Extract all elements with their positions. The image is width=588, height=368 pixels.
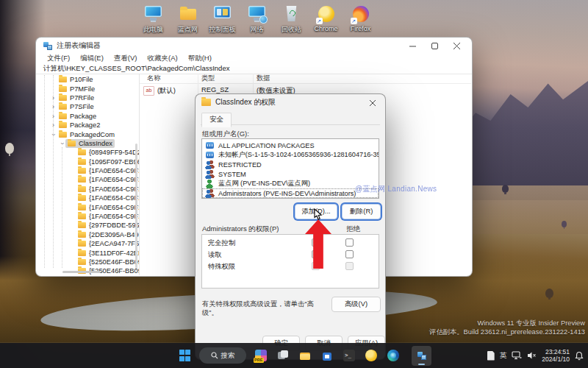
taskbar-microsoft-store[interactable] <box>317 346 337 366</box>
title-bar[interactable]: 注册表编辑器 <box>36 38 472 54</box>
menu-item[interactable]: 帮助(H) <box>183 54 217 63</box>
taskbar-clock[interactable]: 23:24:51 2024/1/10 <box>542 348 570 363</box>
wallpaper-mountains <box>463 68 588 200</box>
advanced-button[interactable]: 高级(V) <box>331 297 381 312</box>
tray-document-icon[interactable] <box>487 351 495 361</box>
tree-item[interactable]: P7SFile <box>37 102 139 111</box>
folder-icon <box>78 149 86 155</box>
menu-bar: 文件(F)编辑(E)查看(V)收藏夹(A)帮助(H) <box>36 54 472 63</box>
folder-icon <box>59 104 67 110</box>
chevron-icon[interactable] <box>50 131 57 138</box>
taskbar-task-view[interactable] <box>273 346 293 366</box>
user-icon <box>205 189 215 198</box>
tree-item[interactable]: PackagedCom <box>37 130 139 138</box>
menu-item[interactable]: 文件(F) <box>42 54 75 63</box>
ime-language-indicator[interactable]: 英 <box>500 351 507 361</box>
user-list-item[interactable]: RESTRICTED <box>202 160 379 169</box>
user-list-item[interactable]: ALL APPLICATION PACKAGES <box>202 141 379 150</box>
taskbar-edge[interactable] <box>383 346 403 366</box>
tree-item[interactable]: {5250E46F-BB09 <box>37 258 139 266</box>
taskbar-chrome-canary[interactable] <box>361 346 381 366</box>
tree-item[interactable]: {2EACA947-7F5F <box>37 239 139 248</box>
search-box[interactable]: 搜索 <box>199 347 246 364</box>
desktop-icon[interactable]: 回收站 <box>274 4 309 35</box>
desktop-icon[interactable]: 此电脑 <box>136 4 171 35</box>
folder-icon <box>78 205 86 210</box>
folder-icon <box>59 86 67 92</box>
vertical-scrollbar[interactable] <box>135 144 137 269</box>
tree-item[interactable]: {3E11DF0F-42EE <box>37 248 139 257</box>
close-button[interactable] <box>445 38 467 54</box>
desktop-icon[interactable]: 网络 <box>240 4 274 35</box>
menu-item[interactable]: 编辑(E) <box>75 54 109 63</box>
maximize-button[interactable] <box>423 38 445 54</box>
chevron-icon[interactable] <box>50 103 57 110</box>
user-list-item[interactable]: 未知帐户(S-1-15-3-1024-1065365936-1281604716… <box>202 150 379 160</box>
user-list-item[interactable]: 蓝点网 (PVE-INS-DEV\蓝点网) <box>202 179 379 188</box>
insider-preview-watermark: Windows 11 专业版 Insider Preview 评估副本。Buil… <box>429 319 585 336</box>
taskbar-app-landian-pre[interactable]: PRE <box>251 346 270 366</box>
tree-item[interactable]: ClassIndex <box>37 139 139 148</box>
notifications-bell-icon[interactable] <box>575 351 584 361</box>
tree-item[interactable]: {1FA0E654-C9F2 <box>37 175 139 184</box>
column-headers: 名称 类型 数据 <box>140 74 471 84</box>
chevron-icon[interactable] <box>59 140 65 147</box>
user-list-item[interactable]: Administrators (PVE-INS-DEV\Administrato… <box>202 188 379 198</box>
menu-item[interactable]: 查看(V) <box>109 54 143 63</box>
user-icon <box>205 170 215 179</box>
tree-item[interactable]: {1095F097-EB96 <box>37 158 139 166</box>
taskbar-terminal[interactable] <box>339 346 359 366</box>
user-list-item[interactable]: SYSTEM <box>202 169 379 179</box>
tree-item[interactable]: {1FA0E654-C9F2 <box>37 212 139 221</box>
tree-item[interactable]: P10File <box>37 75 139 84</box>
close-icon[interactable] <box>363 96 382 110</box>
tab-security[interactable]: 安全 <box>201 113 232 127</box>
tree-item[interactable]: {2DE3095A-B49 <box>37 230 139 239</box>
menu-item[interactable]: 收藏夹(A) <box>142 54 182 63</box>
permission-name: 读取 <box>208 250 222 260</box>
volume-muted-icon[interactable] <box>527 351 537 360</box>
folder-icon <box>59 95 67 101</box>
column-header-name[interactable]: 名称 <box>147 74 161 83</box>
tree-item[interactable]: {1FA0E654-C9F2 <box>37 166 139 175</box>
deny-checkbox[interactable] <box>345 262 354 270</box>
start-button[interactable] <box>175 346 195 366</box>
tree-item[interactable]: {297FDBDE-595 <box>37 221 139 230</box>
desktop-icon[interactable]: 控制面板 <box>205 4 240 35</box>
taskbar-file-explorer[interactable] <box>295 346 315 366</box>
tree-item[interactable]: P7RFile <box>37 93 139 102</box>
folder-icon <box>78 222 86 228</box>
address-bar[interactable]: 计算机\HKEY_CLASSES_ROOT\PackagedCom\ClassI… <box>36 63 472 74</box>
dialog-title-bar[interactable]: ClassIndex 的权限 <box>196 94 385 110</box>
tree-item-label: {5250E46F-BB09 <box>89 258 139 266</box>
tree-item[interactable]: {08949FF9-54D2 <box>37 148 139 157</box>
tree-item-label: {2DE3095A-B49 <box>89 231 139 238</box>
tree-item[interactable]: Package <box>37 112 139 121</box>
tree-item[interactable]: {1FA0E654-C9F2 <box>37 202 139 211</box>
tree-item-label: {1FA0E654-C9F2 <box>89 213 139 220</box>
desktop-icon[interactable]: 蓝点网 <box>171 4 205 35</box>
minimize-button[interactable] <box>401 38 423 54</box>
tree-item[interactable]: Package2 <box>37 121 139 130</box>
tree-item[interactable]: {1FA0E654-C9F2 <box>37 185 139 194</box>
file-explorer-icon <box>299 350 311 361</box>
tree-item[interactable]: P7MFile <box>37 84 139 93</box>
deny-checkbox[interactable] <box>345 238 354 247</box>
desktop-icon[interactable]: Firefox <box>343 4 378 35</box>
chevron-icon[interactable] <box>50 113 57 120</box>
chevron-icon[interactable] <box>50 94 57 102</box>
group-user-list: ALL APPLICATION PACKAGES 未知帐户(S-1-15-3-1… <box>201 138 379 199</box>
folder-icon <box>78 232 86 238</box>
deny-checkbox[interactable] <box>345 250 354 258</box>
taskbar-registry-editor-active[interactable] <box>412 346 431 366</box>
column-header-data[interactable]: 数据 <box>257 74 270 83</box>
chevron-icon[interactable] <box>50 121 57 129</box>
remove-button[interactable]: 删除(R) <box>342 204 381 219</box>
network-icon[interactable] <box>512 351 522 360</box>
column-header-type[interactable]: 类型 <box>201 74 215 83</box>
horizontal-scrollbar[interactable] <box>62 271 101 273</box>
desktop-icon[interactable]: Chrome <box>309 4 343 35</box>
folder-icon <box>59 113 67 119</box>
value-name: (默认) <box>157 86 176 96</box>
tree-item[interactable]: {1FA0E654-C9F2 <box>37 194 139 202</box>
